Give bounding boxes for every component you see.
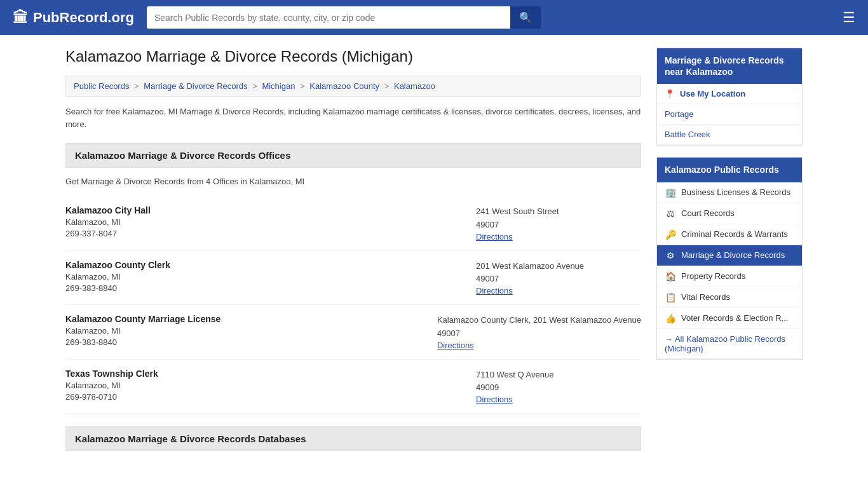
nearby-city-battlecreek[interactable]: Battle Creek (657, 125, 802, 145)
sidebar-item-business-licenses[interactable]: 🏢 Business Licenses & Records (657, 182, 802, 203)
public-records-title: Kalamazoo Public Records (657, 158, 802, 182)
office-city: Kalamazoo, MI (65, 217, 476, 227)
page-title: Kalamazoo Marriage & Divorce Records (Mi… (65, 48, 641, 65)
location-icon: 📍 (665, 89, 675, 98)
breadcrumb: Public Records > Marriage & Divorce Reco… (65, 76, 641, 97)
office-card: Kalamazoo County Clerk Kalamazoo, MI 269… (65, 251, 641, 306)
use-location-button[interactable]: 📍 Use My Location (657, 84, 802, 104)
clipboard-icon: 📋 (665, 292, 676, 302)
offices-subtext: Get Marriage & Divorce Records from 4 Of… (65, 177, 641, 186)
sidebar-item-court-records[interactable]: ⚖ Court Records (657, 203, 802, 224)
directions-link[interactable]: Directions (476, 286, 513, 295)
office-list: Kalamazoo City Hall Kalamazoo, MI 269-33… (65, 196, 641, 414)
sidebar-item-criminal-records[interactable]: 🔑 Criminal Records & Warrants (657, 224, 802, 245)
sidebar-item-label: Business Licenses & Records (681, 187, 790, 197)
public-records-box: Kalamazoo Public Records 🏢 Business Lice… (656, 157, 803, 359)
all-records-link[interactable]: → All Kalamazoo Public Records (Michigan… (657, 329, 802, 359)
office-zip: 49007 (476, 220, 641, 229)
sidebar-item-vital-records[interactable]: 📋 Vital Records (657, 287, 802, 308)
office-right: 241 West South Street 49007 Directions (476, 205, 641, 241)
menu-button[interactable]: ☰ (843, 10, 855, 26)
office-city: Kalamazoo, MI (65, 272, 476, 281)
sidebar-item-marriage-divorce[interactable]: ⚙ Marriage & Divorce Records (657, 245, 802, 266)
intro-text: Search for free Kalamazoo, MI Marriage &… (65, 105, 641, 130)
nearby-city-portage[interactable]: Portage (657, 104, 802, 125)
office-address: 201 West Kalamazoo Avenue (476, 260, 641, 273)
sidebar-item-label: Criminal Records & Warrants (681, 229, 788, 239)
office-address: 7110 West Q Avenue (476, 369, 641, 381)
search-bar: 🔍 (147, 6, 541, 29)
office-right: Kalamazoo County Clerk, 201 West Kalamaz… (437, 314, 641, 350)
office-zip: 49009 (476, 383, 641, 392)
sidebar-item-label: Property Records (681, 271, 745, 281)
nearby-city-label: Portage (665, 109, 694, 119)
sidebar-item-property-records[interactable]: 🏠 Property Records (657, 266, 802, 287)
office-city: Kalamazoo, MI (65, 381, 476, 390)
breadcrumb-michigan[interactable]: Michigan (262, 81, 295, 91)
office-name: Kalamazoo City Hall (65, 205, 476, 215)
site-header: 🏛 PubRecord.org 🔍 ☰ (0, 0, 868, 35)
office-phone: 269-383-8840 (65, 283, 476, 293)
rings-icon: ⚙ (665, 250, 676, 261)
offices-section-header: Kalamazoo Marriage & Divorce Records Off… (65, 143, 641, 168)
office-left: Kalamazoo City Hall Kalamazoo, MI 269-33… (65, 205, 476, 241)
logo-text: PubRecord.org (33, 10, 134, 26)
breadcrumb-marriage-divorce[interactable]: Marriage & Divorce Records (144, 81, 247, 91)
office-address: Kalamazoo County Clerk, 201 West Kalamaz… (437, 314, 641, 327)
office-name: Texas Township Clerk (65, 369, 476, 379)
breadcrumb-kalamazoo-county[interactable]: Kalamazoo County (309, 81, 379, 91)
breadcrumb-public-records[interactable]: Public Records (74, 81, 129, 91)
key-icon: 🔑 (665, 229, 676, 240)
site-logo[interactable]: 🏛 PubRecord.org (13, 9, 134, 27)
office-card: Kalamazoo County Marriage License Kalama… (65, 305, 641, 360)
nearby-box: Marriage & Divorce Records near Kalamazo… (656, 48, 803, 146)
logo-icon: 🏛 (13, 9, 28, 27)
main-container: Kalamazoo Marriage & Divorce Records (Mi… (53, 35, 815, 473)
office-card: Texas Township Clerk Kalamazoo, MI 269-9… (65, 360, 641, 414)
office-right: 201 West Kalamazoo Avenue 49007 Directio… (476, 260, 641, 296)
office-phone: 269-978-0710 (65, 392, 476, 402)
breadcrumb-sep2: > (252, 81, 259, 91)
search-input[interactable] (147, 6, 510, 29)
office-city: Kalamazoo, MI (65, 326, 437, 336)
use-location-label: Use My Location (680, 89, 745, 98)
nearby-city-label: Battle Creek (665, 130, 710, 139)
nearby-title: Marriage & Divorce Records near Kalamazo… (657, 48, 802, 84)
scales-icon: ⚖ (665, 208, 676, 219)
directions-link[interactable]: Directions (437, 341, 474, 350)
main-content: Kalamazoo Marriage & Divorce Records (Mi… (65, 48, 641, 460)
office-left: Kalamazoo County Clerk Kalamazoo, MI 269… (65, 260, 476, 296)
office-phone: 269-337-8047 (65, 229, 476, 238)
office-zip: 49007 (476, 274, 641, 283)
office-name: Kalamazoo County Marriage License (65, 314, 437, 324)
office-left: Texas Township Clerk Kalamazoo, MI 269-9… (65, 369, 476, 405)
sidebar-item-label: Voter Records & Election R... (681, 313, 788, 323)
building-icon: 🏢 (665, 187, 676, 198)
office-address: 241 West South Street (476, 205, 641, 218)
breadcrumb-sep3: > (300, 81, 307, 91)
databases-section-header: Kalamazoo Marriage & Divorce Records Dat… (65, 426, 641, 451)
breadcrumb-sep4: > (384, 81, 391, 91)
office-right: 7110 West Q Avenue 49009 Directions (476, 369, 641, 405)
directions-link[interactable]: Directions (476, 395, 513, 404)
office-name: Kalamazoo County Clerk (65, 260, 476, 270)
sidebar-item-voter-records[interactable]: 👍 Voter Records & Election R... (657, 308, 802, 329)
office-phone: 269-383-8840 (65, 337, 437, 347)
thumbsup-icon: 👍 (665, 313, 676, 323)
breadcrumb-sep1: > (134, 81, 141, 91)
sidebar-item-label: Marriage & Divorce Records (681, 250, 785, 260)
office-left: Kalamazoo County Marriage License Kalama… (65, 314, 437, 350)
sidebar-item-label: Vital Records (681, 292, 730, 302)
directions-link[interactable]: Directions (476, 232, 513, 241)
office-card: Kalamazoo City Hall Kalamazoo, MI 269-33… (65, 196, 641, 251)
sidebar-item-label: Court Records (681, 208, 735, 218)
search-button[interactable]: 🔍 (510, 6, 541, 29)
sidebar: Marriage & Divorce Records near Kalamazo… (656, 48, 803, 460)
office-zip: 49007 (437, 329, 641, 338)
breadcrumb-kalamazoo[interactable]: Kalamazoo (394, 81, 435, 91)
house-icon: 🏠 (665, 271, 676, 281)
